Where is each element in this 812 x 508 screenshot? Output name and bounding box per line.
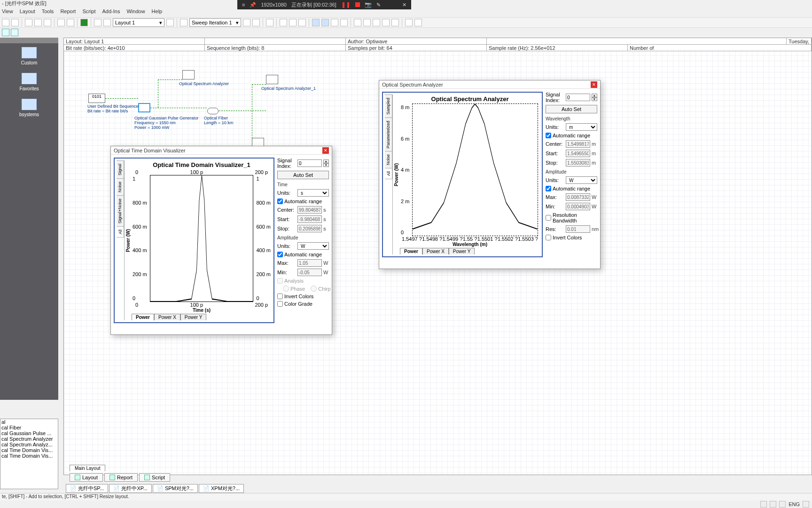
menu-addins[interactable]: Add-Ins <box>102 8 120 17</box>
view1-icon[interactable] <box>280 19 287 26</box>
spin-up[interactable]: ▴ <box>592 94 597 97</box>
time-units-select[interactable]: s <box>297 189 329 197</box>
cut-icon[interactable] <box>25 19 32 26</box>
menu-layout[interactable]: Layout <box>20 8 35 17</box>
spin-down[interactable]: ▾ <box>592 97 597 101</box>
time-plot[interactable] <box>150 175 254 302</box>
close-icon[interactable]: ✕ <box>591 81 597 88</box>
close-icon[interactable]: ✕ <box>322 147 329 154</box>
sweep-combo[interactable]: Sweep Iteration 1▾ <box>189 18 241 27</box>
pin-icon[interactable]: 📌 <box>250 2 256 8</box>
auto-set-button[interactable]: Auto Set <box>546 105 597 113</box>
home-icon[interactable] <box>2 29 9 36</box>
time-center[interactable] <box>297 206 322 214</box>
camera-icon[interactable]: 📷 <box>365 1 372 8</box>
align4-icon[interactable] <box>382 19 390 26</box>
time-start[interactable] <box>297 215 322 223</box>
menu-view[interactable]: View <box>2 8 13 17</box>
file-tab-1[interactable]: 📄光纤中XP... <box>109 484 151 493</box>
dialog-titlebar[interactable]: Optical Time Domain Visualizer ✕ <box>111 146 332 155</box>
amp-units-select[interactable]: W <box>297 242 329 250</box>
vtab-noise[interactable]: Noise <box>117 178 124 196</box>
vtab-signal[interactable]: Signal <box>117 160 124 179</box>
time-stop[interactable] <box>297 225 322 232</box>
vtab-all[interactable]: All <box>117 226 124 238</box>
tab-script[interactable]: Script <box>139 473 170 482</box>
auto-set-button[interactable]: Auto Set <box>277 171 329 179</box>
pause-icon[interactable]: ❚❚ <box>341 1 351 8</box>
amp-autorange-check[interactable] <box>546 186 551 191</box>
stop-icon[interactable] <box>355 2 360 7</box>
align2-icon[interactable] <box>363 19 371 26</box>
layout-next-icon[interactable] <box>103 19 111 26</box>
block-osa1[interactable] <box>266 75 278 84</box>
btab-power[interactable]: Power <box>400 248 422 254</box>
file-tab-2[interactable]: 📄SPM对光?... <box>153 484 198 493</box>
export1-icon[interactable] <box>405 19 413 26</box>
amp-min[interactable] <box>297 269 322 276</box>
vtab-sampled[interactable]: Sampled <box>385 95 392 118</box>
wl-units-select[interactable]: m <box>566 123 597 131</box>
vtab-param[interactable]: Parameterized <box>385 118 392 152</box>
sidebar-item-custom[interactable]: Custom <box>0 43 58 69</box>
btab-powerx[interactable]: Power X <box>154 314 180 320</box>
btab-powery[interactable]: Power Y <box>449 248 475 254</box>
sidebar-item-subsystems[interactable]: bsystems <box>0 95 58 121</box>
rbw-check[interactable] <box>546 215 551 221</box>
run-icon[interactable] <box>80 19 88 26</box>
wl-center[interactable] <box>566 140 590 148</box>
wl-autorange-check[interactable] <box>546 133 551 138</box>
undo-icon[interactable] <box>57 19 65 26</box>
spin-down[interactable]: ▾ <box>323 163 329 167</box>
export2-icon[interactable] <box>414 19 422 26</box>
copy-icon[interactable] <box>34 19 42 26</box>
paste-icon[interactable] <box>44 19 51 26</box>
sweep-next-icon[interactable] <box>252 19 260 26</box>
amp-min[interactable] <box>566 203 590 210</box>
sweep-prev-icon[interactable] <box>243 19 250 26</box>
invert-colors-check[interactable] <box>277 294 283 299</box>
dialog-titlebar[interactable]: Optical Spectrum Analyzer ✕ <box>379 80 600 89</box>
lang-indicator[interactable]: ENG <box>789 501 800 507</box>
save-icon[interactable] <box>2 19 9 26</box>
file-tab-0[interactable]: 📄光纤中SP... <box>66 484 108 493</box>
menu-help[interactable]: Help <box>152 8 163 17</box>
amp-max[interactable] <box>566 193 590 201</box>
tray-icon[interactable] <box>779 501 786 508</box>
amp-max[interactable] <box>297 259 322 267</box>
vtab-all[interactable]: All <box>385 168 392 179</box>
tray-icon[interactable] <box>760 501 767 508</box>
grid3-icon[interactable] <box>331 19 338 26</box>
view3-icon[interactable] <box>298 19 306 26</box>
monitor-icon[interactable] <box>266 19 273 26</box>
res-input[interactable] <box>566 225 590 233</box>
hamburger-icon[interactable]: ≡ <box>242 2 245 8</box>
sweep-icon[interactable] <box>180 19 187 26</box>
layout-opts-icon[interactable] <box>166 19 174 26</box>
spectrum-plot[interactable] <box>412 103 538 236</box>
recbar-close-icon[interactable]: ✕ <box>402 2 406 8</box>
align3-icon[interactable] <box>373 19 380 26</box>
time-autorange-check[interactable] <box>277 198 283 204</box>
align5-icon[interactable] <box>391 19 399 26</box>
tab-layout[interactable]: Layout <box>70 473 103 482</box>
block-osa[interactable] <box>182 70 195 79</box>
tab-report[interactable]: Report <box>104 473 138 482</box>
btab-powery[interactable]: Power Y <box>180 314 207 320</box>
print-icon[interactable] <box>11 19 19 26</box>
volume-icon[interactable] <box>803 501 809 508</box>
component-list[interactable]: al cal Fiber cal Gaussian Pulse ... cal … <box>0 419 58 489</box>
block-gaussian[interactable] <box>138 103 150 112</box>
menu-report[interactable]: Report <box>60 8 76 17</box>
tray-icon[interactable] <box>770 501 776 508</box>
spin-up[interactable]: ▴ <box>323 159 329 163</box>
pencil-icon[interactable]: ✎ <box>376 2 381 8</box>
menu-script[interactable]: Script <box>82 8 95 17</box>
vtab-signoise[interactable]: Signal+Noise <box>117 195 124 227</box>
tab-main-layout[interactable]: Main Layout <box>70 465 105 471</box>
menu-tools[interactable]: Tools <box>42 8 54 17</box>
btab-power[interactable]: Power <box>132 314 154 320</box>
sidebar-item-favorites[interactable]: Favorites <box>0 69 58 95</box>
layout-prev-icon[interactable] <box>94 19 102 26</box>
redo-icon[interactable] <box>67 19 74 26</box>
